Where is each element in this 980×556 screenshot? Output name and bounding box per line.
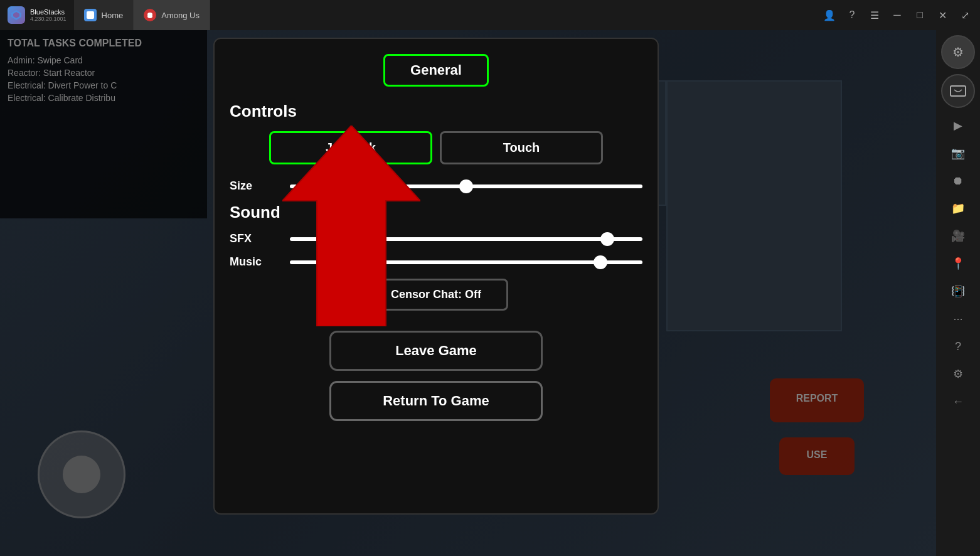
svg-rect-2 (87, 11, 94, 19)
cast-button[interactable]: ▶ (945, 113, 971, 138)
bluestacks-logo: BlueStacks 4.230.20.1001 (0, 6, 74, 24)
general-tab[interactable]: General (383, 54, 489, 87)
settings-small-button[interactable]: ⚙ (945, 361, 971, 387)
bs-logo-icon (8, 6, 25, 24)
help-button[interactable]: ? (842, 5, 862, 25)
sfx-label: SFX (230, 232, 280, 245)
svg-marker-5 (282, 126, 420, 326)
bs-app-name: BlueStacks (30, 8, 67, 16)
camera-button[interactable]: 🎥 (945, 223, 971, 249)
leave-game-button[interactable]: Leave Game (329, 331, 543, 371)
bs-app-version: 4.230.20.1001 (30, 16, 67, 22)
minimize-button[interactable]: ─ (887, 5, 907, 25)
shake-button[interactable]: 📳 (945, 279, 971, 304)
among-us-tab-icon (144, 9, 156, 21)
touch-control-button[interactable]: Touch (440, 131, 603, 164)
settings-modal: General Controls Joystick Touch Size Sou… (213, 38, 659, 515)
tab-among-us-label: Among Us (161, 11, 200, 20)
size-label: Size (230, 179, 280, 193)
record-button[interactable]: ⏺ (945, 168, 971, 193)
location-button[interactable]: 📍 (945, 251, 971, 276)
svg-rect-4 (147, 13, 152, 16)
right-sidebar: ⚙ ▶ 📷 ⏺ 📁 🎥 📍 📳 ··· ? ⚙ ← (936, 30, 980, 556)
music-slider-thumb[interactable] (594, 255, 607, 269)
home-tab-icon (84, 9, 97, 21)
close-button[interactable]: ✕ (932, 5, 952, 25)
bs-app-info: BlueStacks 4.230.20.1001 (30, 8, 67, 22)
expand-button[interactable]: ⤢ (955, 5, 975, 25)
titlebar: BlueStacks 4.230.20.1001 Home Among Us 👤… (0, 0, 980, 30)
folder-button[interactable]: 📁 (945, 196, 971, 221)
sfx-slider-thumb[interactable] (600, 232, 614, 246)
map-button[interactable] (941, 74, 975, 108)
more-button[interactable]: ··· (945, 306, 971, 331)
titlebar-controls: 👤 ? ☰ ─ □ ✕ ⤢ (819, 5, 980, 25)
tab-home-label: Home (102, 11, 124, 20)
menu-button[interactable]: ☰ (865, 5, 885, 25)
music-label: Music (230, 255, 280, 269)
settings-gear-button[interactable]: ⚙ (941, 35, 975, 69)
tab-among-us[interactable]: Among Us (134, 0, 210, 30)
size-slider-thumb[interactable] (459, 179, 473, 193)
profile-button[interactable]: 👤 (819, 5, 839, 25)
tab-home[interactable]: Home (74, 0, 134, 30)
sound-section-title: Sound (230, 203, 280, 222)
screenshot-button[interactable]: 📷 (945, 141, 971, 166)
svg-rect-6 (951, 86, 966, 96)
maximize-button[interactable]: □ (910, 5, 930, 25)
back-button[interactable]: ← (945, 389, 971, 414)
return-to-game-button[interactable]: Return To Game (329, 381, 543, 421)
question-button[interactable]: ? (945, 334, 971, 359)
controls-section-title: Controls (230, 102, 297, 121)
